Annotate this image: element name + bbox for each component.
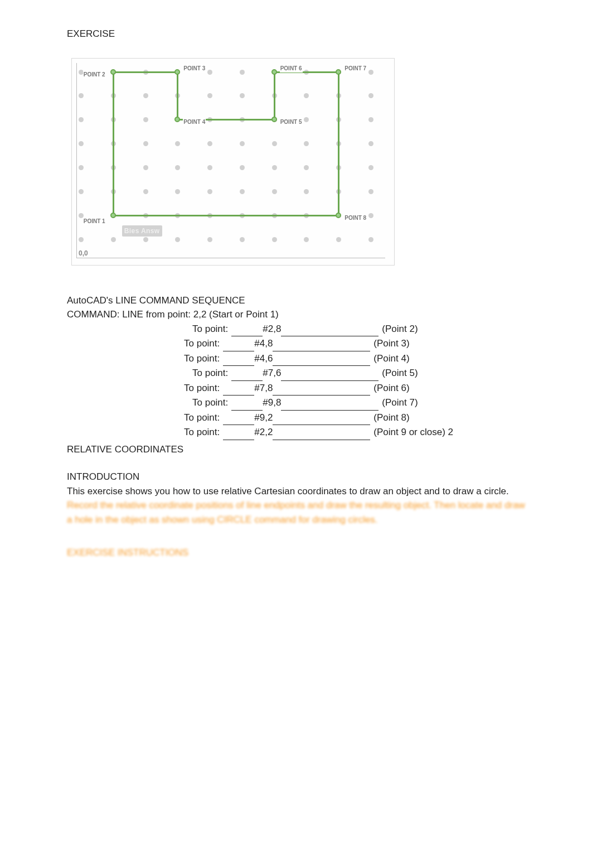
blank-underline-left [223, 351, 254, 367]
grid-dot [304, 93, 309, 98]
point-marker [174, 69, 180, 75]
blank-underline-left [231, 322, 263, 337]
grid-dot [207, 165, 212, 170]
to-point-label: To point: [184, 411, 223, 425]
diagram-frame: POINT 1POINT 2POINT 3POINT 4POINT 5POINT… [71, 58, 395, 266]
point-marker [110, 213, 116, 218]
sequence-row: To point: #4,8 (Point 3) [67, 336, 525, 351]
coordinate-value: #9,8 [263, 396, 281, 410]
sequence-rows: To point: #2,8 (Point 2)To point: #4,8 (… [67, 322, 525, 440]
sequence-command-line: COMMAND: LINE from point: 2,2 (Start or … [67, 307, 525, 322]
coordinate-value: #2,2 [254, 425, 273, 440]
coordinate-value: #9,2 [254, 411, 273, 425]
blank-underline-right [281, 366, 379, 381]
to-point-label: To point: [184, 425, 223, 440]
sequence-row: To point: #9,2 (Point 8) [67, 411, 525, 426]
shape-edge [113, 71, 178, 73]
grid-dot [368, 70, 373, 75]
grid-dot [143, 189, 148, 194]
grid-dot [79, 141, 84, 146]
grid-dot [175, 165, 180, 170]
sequence-row: To point: #4,6 (Point 4) [67, 351, 525, 367]
point-note: (Point 3) [370, 336, 409, 351]
to-point-label: To point: [184, 336, 223, 351]
grid-dot [304, 117, 309, 122]
grid-dot [304, 237, 309, 242]
grid-dot [368, 165, 373, 170]
point-note: (Point 9 or close) 2 [370, 425, 453, 440]
grid-dot [175, 141, 180, 146]
grid-dot [240, 70, 245, 75]
blank-underline-right [273, 351, 370, 367]
blank-underline-right [273, 381, 370, 396]
blank-underline-right [273, 425, 370, 440]
grid-dot [368, 189, 373, 194]
grid-dot [272, 141, 277, 146]
coordinate-value: #7,8 [254, 381, 273, 396]
shape-edge [177, 72, 178, 120]
introduction-heading: INTRODUCTION [67, 470, 525, 484]
point-label: POINT 3 [183, 64, 206, 73]
point-label: POINT 2 [83, 70, 106, 79]
to-point-label: To point: [192, 366, 231, 380]
sequence-row: To point: #2,2 (Point 9 or close) 2 [67, 425, 525, 440]
grid-dot [143, 237, 148, 242]
shape-edge [338, 72, 339, 215]
grid-dot [207, 93, 212, 98]
shape-edge [113, 72, 114, 215]
grid-dot [304, 189, 309, 194]
sequence-row: To point: #9,8 (Point 7) [67, 396, 525, 411]
point-label: POINT 1 [83, 217, 106, 225]
blank-underline-left [231, 366, 263, 381]
sequence-row: To point: #7,8 (Point 6) [67, 381, 525, 396]
grid-dot [240, 141, 245, 146]
blank-underline-left [231, 396, 263, 411]
origin-label: 0,0 [79, 248, 88, 258]
grid-dot [207, 70, 212, 75]
blank-underline-left [223, 336, 254, 351]
point-marker [271, 69, 277, 75]
shape-edge [274, 72, 275, 120]
point-note: (Point 6) [370, 381, 409, 396]
grid-dot [111, 237, 116, 242]
blank-underline-right [273, 411, 370, 426]
coordinate-value: #4,6 [254, 351, 273, 366]
grid-dot [143, 93, 148, 98]
grid-dot [143, 141, 148, 146]
grid-dot [368, 117, 373, 122]
grid-dot [304, 141, 309, 146]
point-marker [336, 69, 341, 75]
grid-dot [336, 237, 341, 242]
grid-dot [304, 165, 309, 170]
grid-dot [368, 141, 373, 146]
intro-text: This exercise shows you how to use relat… [67, 486, 509, 496]
point-note: (Point 2) [379, 322, 418, 336]
point-label: POINT 8 [344, 214, 367, 222]
relative-coordinates-heading: RELATIVE COORDINATES [67, 442, 525, 457]
blank-underline-left [223, 411, 254, 426]
coordinate-grid: POINT 1POINT 2POINT 3POINT 4POINT 5POINT… [75, 61, 387, 262]
grid-dot [79, 189, 84, 194]
page-title: EXERCISE [67, 27, 525, 41]
exercise-instructions-blurred: EXERCISE INSTRUCTIONS [67, 546, 525, 560]
grid-dot [368, 93, 373, 98]
point-label: POINT 7 [344, 64, 367, 73]
shape-edge [113, 215, 338, 216]
sequence-title: AutoCAD's LINE COMMAND SEQUENCE [67, 293, 525, 308]
coordinate-value: #4,8 [254, 336, 273, 351]
grid-dot [240, 237, 245, 242]
watermark: Bies Answ [122, 225, 162, 237]
grid-dot [175, 189, 180, 194]
point-marker [271, 117, 277, 122]
point-marker [174, 117, 180, 122]
intro-blurred-text: Record the relative coordinate positions… [67, 500, 525, 525]
point-marker [110, 69, 116, 75]
coordinate-value: #2,8 [263, 322, 281, 336]
to-point-label: To point: [184, 351, 223, 366]
blank-underline-right [281, 396, 379, 411]
grid-dot [143, 165, 148, 170]
to-point-label: To point: [184, 381, 223, 396]
sequence-row: To point: #7,6 (Point 5) [67, 366, 525, 381]
grid-dot [207, 237, 212, 242]
grid-dot [240, 93, 245, 98]
